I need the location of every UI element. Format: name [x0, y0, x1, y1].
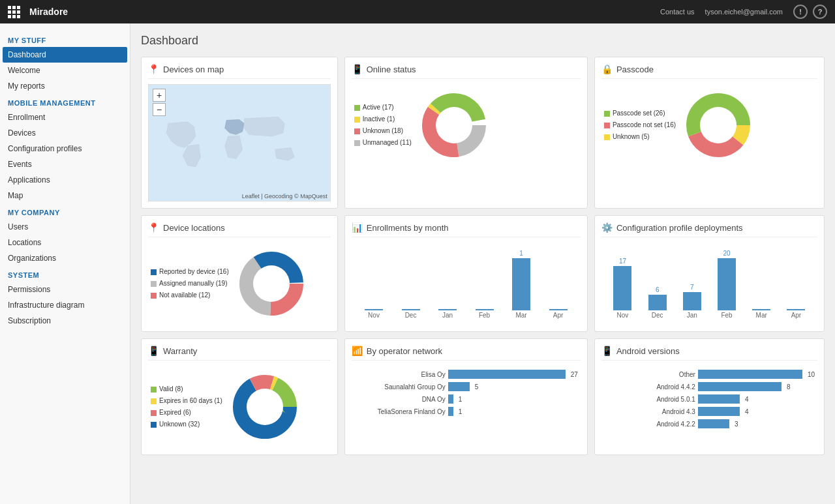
hbar-value-dna: 1 [459, 396, 463, 403]
sidebar-item-enrollment[interactable]: Enrollment [0, 110, 130, 125]
config-bar-jan-bar [683, 292, 701, 310]
help-icon[interactable]: ? [813, 5, 827, 19]
passcode-unknown-label: Unknown (5) [613, 131, 650, 143]
warranty-unknown-label: Unknown (32) [159, 419, 200, 430]
cx-label-apr: Apr [782, 312, 811, 319]
page-title: Dashboard [141, 34, 825, 48]
user-email-link[interactable]: tyson.eichel@gmail.com [705, 8, 783, 16]
active-label: Active (17) [363, 102, 394, 113]
sidebar-item-welcome[interactable]: Welcome [0, 63, 130, 78]
lock-icon: 🔒 [601, 64, 613, 74]
cx-label-jan: Jan [677, 312, 706, 319]
legend-item-passcode-unknown: Unknown (5) [604, 131, 676, 143]
hbar-bar-dna [448, 394, 453, 404]
map-container: + − [148, 84, 331, 201]
not-available-label: Not available (12) [159, 289, 210, 301]
sidebar-item-my-reports[interactable]: My reports [0, 78, 130, 94]
legend-item-passcode-not-set: Passcode not set (16) [604, 119, 676, 131]
device-locations-content: Reported by device (16) Assigned manuall… [148, 243, 331, 325]
sidebar-item-events[interactable]: Events [0, 156, 130, 172]
enrollments-card: 📊 Enrollments by month 0 0 [344, 215, 588, 332]
sidebar-item-applications[interactable]: Applications [0, 172, 130, 188]
top-navigation: Miradore Contact us tyson.eichel@gmail.c… [0, 0, 835, 23]
zoom-out-button[interactable]: − [153, 103, 166, 116]
hbar-value-43: 4 [745, 408, 749, 415]
config-bar-dec-value: 6 [656, 286, 660, 293]
sidebar-item-infrastructure-diagram[interactable]: Infrastructure diagram [0, 297, 130, 313]
config-deployments-header: ⚙️ Configuration profile deployments [601, 222, 817, 237]
config-bar-dec-bar [648, 295, 667, 310]
legend-item-inactive: Inactive (1) [354, 113, 412, 125]
hbar-value-442: 8 [787, 383, 791, 391]
android-icon: 📱 [601, 346, 613, 356]
device-locations-card: 📍 Device locations Reported by device (1… [141, 215, 338, 332]
passcode-title: Passcode [616, 65, 654, 74]
inactive-dot [354, 117, 360, 123]
hbar-row-elisa: Elisa Oy 27 [354, 370, 578, 379]
config-bar-dec: 6 [643, 286, 672, 310]
online-status-header: 📱 Online status [352, 64, 581, 79]
sidebar-item-configuration-profiles[interactable]: Configuration profiles [0, 141, 130, 156]
legend-warranty-unknown: Unknown (32) [151, 419, 222, 430]
unknown-label: Unknown (18) [363, 125, 403, 137]
warranty-valid-dot [151, 387, 157, 393]
sidebar-item-locations[interactable]: Locations [0, 235, 130, 250]
legend-warranty-expired: Expired (6) [151, 407, 222, 419]
device-locations-title: Device locations [163, 223, 225, 233]
unmanaged-dot [354, 140, 360, 146]
passcode-donut [682, 89, 754, 161]
passcode-not-set-dot [604, 123, 610, 128]
assigned-label: Assigned manually (19) [159, 278, 228, 289]
world-map-svg [149, 85, 330, 201]
bar-nov: 0 [358, 301, 390, 310]
config-x-labels: Nov Dec Jan Feb Mar Apr [601, 310, 817, 319]
contact-us-link[interactable]: Contact us [660, 8, 695, 16]
android-chart: Other 10 Android 4.4.2 8 Android 5.0.1 4 [601, 366, 817, 436]
hbar-bar-elisa [448, 370, 566, 379]
online-status-title: Online status [367, 65, 416, 74]
sidebar-item-dashboard[interactable]: Dashboard [3, 47, 127, 63]
svg-point-8 [700, 107, 736, 143]
hbar-label-501: Android 5.0.1 [604, 396, 695, 403]
config-bar-mar-bar [752, 309, 770, 310]
signal-icon: 📶 [352, 346, 363, 356]
operator-network-card: 📶 By operator network Elisa Oy 27 Saunal… [344, 338, 588, 455]
nav-left: Miradore [8, 6, 68, 18]
sidebar-item-permissions[interactable]: Permissions [0, 282, 130, 297]
main-content: Dashboard 📍 Devices on map + − [130, 23, 835, 504]
online-status-donut [418, 89, 490, 161]
zoom-in-button[interactable]: + [153, 89, 166, 102]
passcode-unknown-dot [604, 134, 610, 140]
config-bar-jan: 7 [677, 284, 706, 310]
sidebar-item-devices[interactable]: Devices [0, 125, 130, 141]
sidebar-section-my-company: MY COMPANY [0, 203, 130, 219]
config-bar-jan-value: 7 [690, 284, 694, 291]
sidebar-item-users[interactable]: Users [0, 219, 130, 235]
sidebar-item-organizations[interactable]: Organizations [0, 250, 130, 266]
info-icon[interactable]: ! [793, 5, 808, 19]
warranty-valid-label: Valid (8) [159, 383, 183, 395]
dashboard-grid: 📍 Devices on map + − [141, 57, 825, 455]
sidebar-item-subscription[interactable]: Subscription [0, 313, 130, 329]
unmanaged-label: Unmanaged (11) [363, 137, 412, 149]
hbar-label-422: Android 4.2.2 [604, 421, 695, 428]
enrollments-x-labels: Nov Dec Jan Feb Mar Apr [352, 310, 581, 319]
warranty-unknown-dot [151, 422, 157, 428]
location-icon: 📍 [148, 64, 159, 74]
device-locations-donut [235, 248, 307, 319]
svg-point-12 [253, 265, 290, 302]
active-dot [354, 105, 360, 111]
warranty-expired-label: Expired (6) [159, 407, 191, 419]
config-bar-feb-value: 20 [723, 250, 730, 257]
svg-point-4 [436, 107, 472, 143]
map-attribution: Leaflet | Geocoding © MapQuest [242, 193, 327, 200]
passcode-set-dot [604, 111, 610, 117]
x-label-apr: Apr [542, 312, 574, 319]
reported-dot [151, 269, 157, 275]
passcode-set-label: Passcode set (26) [613, 108, 665, 119]
sidebar-item-map[interactable]: Map [0, 188, 130, 203]
sidebar-section-system: SYSTEM [0, 266, 130, 282]
legend-item-unmanaged: Unmanaged (11) [354, 137, 412, 149]
warranty-donut [229, 371, 301, 443]
hbar-bar-other [698, 370, 802, 379]
